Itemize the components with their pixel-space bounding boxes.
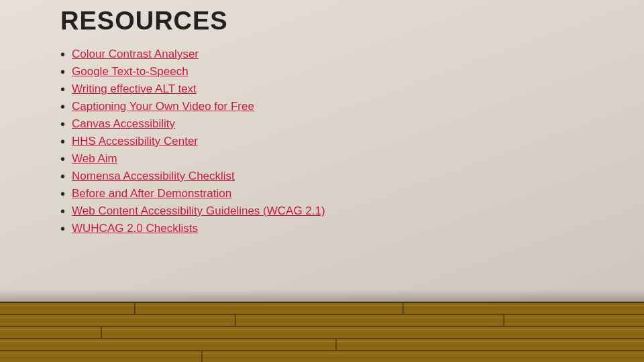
list-item: •Before and After Demonstration bbox=[60, 187, 584, 200]
grain-1 bbox=[0, 305, 644, 306]
list-bullet: • bbox=[60, 222, 65, 235]
link-writing-effective-alt-text[interactable]: Writing effective ALT text bbox=[72, 82, 197, 96]
link-canvas-accessibility[interactable]: Canvas Accessibility bbox=[72, 117, 175, 131]
grain-10 bbox=[0, 357, 644, 358]
list-item: •Web Aim bbox=[60, 152, 584, 166]
plank-joint-2 bbox=[235, 314, 236, 326]
grain-2 bbox=[0, 308, 644, 309]
list-bullet: • bbox=[60, 152, 65, 166]
list-item: •Nomensa Accessibility Checklist bbox=[60, 170, 584, 183]
plank-joint-6 bbox=[503, 314, 504, 326]
list-item: •Colour Contrast Analyser bbox=[60, 48, 584, 61]
list-bullet: • bbox=[60, 204, 65, 218]
list-item: •Google Text-to-Speech bbox=[60, 65, 584, 78]
list-bullet: • bbox=[60, 48, 65, 61]
grain-3 bbox=[0, 317, 644, 318]
list-bullet: • bbox=[60, 117, 65, 131]
list-bullet: • bbox=[60, 82, 65, 96]
grain-7 bbox=[0, 341, 644, 342]
link-wcag-2-1[interactable]: Web Content Accessibility Guidelines (WC… bbox=[72, 204, 325, 218]
grain-6 bbox=[0, 333, 644, 334]
link-web-aim[interactable]: Web Aim bbox=[72, 152, 117, 166]
link-captioning-your-own-video[interactable]: Captioning Your Own Video for Free bbox=[72, 100, 254, 113]
resources-list: •Colour Contrast Analyser•Google Text-to… bbox=[60, 48, 584, 235]
list-item: •HHS Accessibility Center bbox=[60, 135, 584, 148]
grain-4 bbox=[0, 321, 644, 322]
link-nomensa-accessibility-checklist[interactable]: Nomensa Accessibility Checklist bbox=[72, 170, 235, 183]
plank-joint-3 bbox=[101, 326, 102, 338]
list-bullet: • bbox=[60, 100, 65, 113]
list-item: •Captioning Your Own Video for Free bbox=[60, 100, 584, 113]
grain-5 bbox=[0, 329, 644, 330]
link-wuhcag-2-0-checklists[interactable]: WUHCAG 2.0 Checklists bbox=[72, 222, 198, 235]
list-item: •Web Content Accessibility Guidelines (W… bbox=[60, 204, 584, 218]
floor-line-4 bbox=[0, 338, 644, 339]
list-bullet: • bbox=[60, 135, 65, 148]
grain-8 bbox=[0, 345, 644, 346]
link-hhs-accessibility-center[interactable]: HHS Accessibility Center bbox=[72, 135, 198, 148]
list-bullet: • bbox=[60, 170, 65, 183]
floor-shadow bbox=[0, 290, 644, 303]
floor-line-5 bbox=[0, 350, 644, 351]
main-content: RESOURCES •Colour Contrast Analyser•Goog… bbox=[60, 7, 584, 239]
list-item: •Writing effective ALT text bbox=[60, 82, 584, 96]
list-item: •Canvas Accessibility bbox=[60, 117, 584, 131]
link-before-and-after-demonstration[interactable]: Before and After Demonstration bbox=[72, 187, 231, 200]
grain-9 bbox=[0, 353, 644, 354]
floor-line-2 bbox=[0, 314, 644, 315]
link-colour-contrast-analyser[interactable]: Colour Contrast Analyser bbox=[72, 48, 199, 61]
page-title: RESOURCES bbox=[60, 7, 584, 36]
floor-line-3 bbox=[0, 326, 644, 327]
plank-joint-1 bbox=[134, 302, 136, 314]
plank-joint-7 bbox=[201, 350, 203, 362]
list-item: •WUHCAG 2.0 Checklists bbox=[60, 222, 584, 235]
list-bullet: • bbox=[60, 187, 65, 200]
list-bullet: • bbox=[60, 65, 65, 78]
link-google-text-to-speech[interactable]: Google Text-to-Speech bbox=[72, 65, 189, 78]
plank-joint-5 bbox=[402, 302, 404, 314]
floor bbox=[0, 302, 644, 362]
plank-joint-4 bbox=[335, 338, 337, 350]
